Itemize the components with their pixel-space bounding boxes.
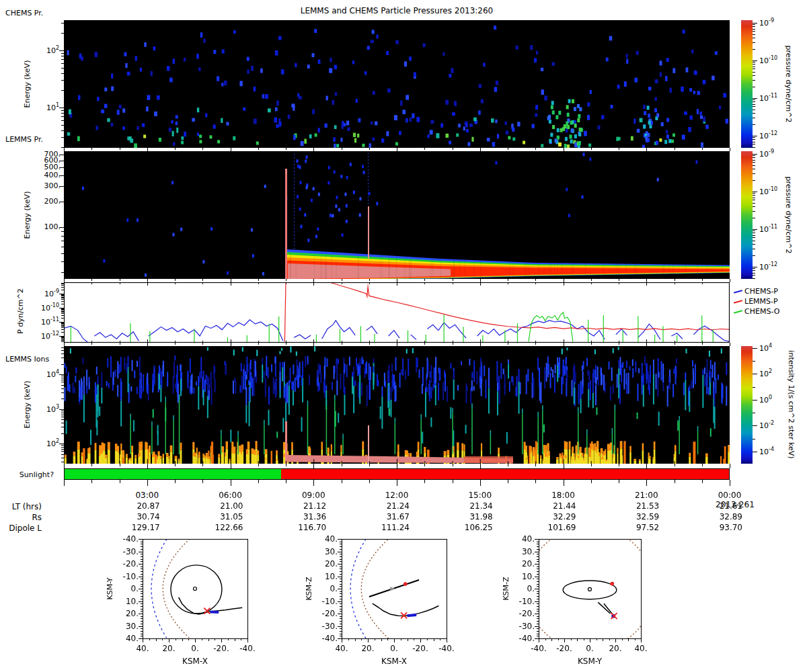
- y-tick: [59, 108, 64, 108]
- time-tick: [64, 279, 65, 282]
- time-tick: [730, 148, 730, 151]
- y-minor-tick: [61, 125, 64, 126]
- sunlight-dark-segment: [281, 469, 729, 479]
- y-minor-tick: [61, 339, 64, 340]
- colorbar-minor-tick: [753, 80, 755, 81]
- y-tick: [59, 374, 64, 375]
- colorbar-minor-tick: [753, 139, 755, 140]
- colorbar-minor-tick: [753, 203, 755, 204]
- y-tick-label: 103: [34, 404, 59, 414]
- time-label: 03:00: [128, 491, 166, 500]
- y-tick-label: 10-9: [34, 288, 59, 298]
- time-tick: [202, 464, 203, 466]
- time-tick: [91, 464, 92, 466]
- colorbar-minor-tick: [753, 413, 755, 413]
- colorbar-tick-label: 10-9: [759, 17, 774, 28]
- ephemeris-value: 106.25: [453, 523, 493, 532]
- y-minor-tick: [61, 113, 64, 114]
- colorbar-minor-tick: [753, 147, 755, 148]
- colorbar-minor-tick: [753, 270, 755, 271]
- time-tick: [369, 343, 370, 345]
- y-tick-label: 102: [34, 45, 59, 55]
- orbit-x-tick-label: -40.: [234, 644, 261, 653]
- time-tick: [202, 343, 203, 345]
- colorbar-minor-tick: [753, 198, 755, 198]
- time-tick: [91, 148, 92, 150]
- colorbar-tick-label: 10-4: [759, 446, 774, 456]
- y-minor-tick: [61, 137, 64, 138]
- time-tick: [258, 148, 259, 150]
- orbit-y-tick-label: -40.: [510, 634, 535, 643]
- time-tick: [480, 343, 481, 346]
- orbit-y-tick-label: -10.: [114, 572, 139, 581]
- chems-pressure-spectrogram: [64, 20, 730, 148]
- orbit-x-tick-label: 40.: [328, 644, 355, 653]
- y-minor-tick: [61, 326, 64, 327]
- time-tick: [147, 279, 148, 282]
- y-minor-tick: [61, 296, 64, 296]
- ephemeris-value: 129.17: [120, 523, 160, 532]
- time-label: 12:00: [378, 491, 416, 500]
- y-minor-tick: [61, 327, 64, 328]
- y-minor-tick: [61, 236, 64, 237]
- legend-label-chems-o: CHEMS-O: [744, 307, 779, 316]
- time-tick: [120, 148, 120, 150]
- ephemeris-value: 31.36: [286, 512, 326, 521]
- orbit2-ylabel: KSM-Z: [305, 577, 313, 600]
- y-minor-tick: [61, 385, 64, 386]
- orbit-x-tick-label: 20.: [354, 644, 381, 653]
- time-tick: [313, 279, 314, 282]
- orbit-y-tick-label: 20.: [114, 609, 139, 618]
- y-tick-label: 10-10: [34, 302, 59, 312]
- time-tick: [646, 343, 647, 346]
- y-tick-label: 100.: [28, 222, 61, 231]
- time-tick: [480, 464, 481, 468]
- orbit-x-tick-label: 20.: [602, 644, 629, 653]
- time-tick: [258, 480, 259, 483]
- colorbar-minor-tick: [753, 278, 755, 279]
- y-minor-tick: [61, 445, 64, 446]
- colorbar-pressure-2: [741, 151, 753, 279]
- y-tick-label: 104: [34, 369, 59, 379]
- ephemeris-value: 32.89: [702, 512, 742, 521]
- pressure-line-plot: [64, 282, 730, 343]
- y-minor-tick: [61, 447, 64, 448]
- colorbar-minor-tick: [753, 67, 755, 67]
- time-tick: [591, 343, 592, 345]
- orbit-x-tick-label: -40.: [525, 644, 552, 653]
- time-tick: [564, 464, 564, 468]
- time-tick: [675, 343, 675, 345]
- y-minor-tick: [61, 380, 64, 380]
- time-tick: [424, 148, 425, 150]
- orbit-y-tick-label: 0.: [510, 584, 535, 593]
- colorbar-minor-tick: [753, 113, 755, 114]
- orbit-x-tick-label: 0.: [576, 644, 603, 653]
- time-tick: [397, 464, 397, 468]
- ephemeris-value: 93.70: [702, 523, 742, 532]
- y-minor-tick: [61, 309, 64, 310]
- y-minor-tick: [61, 247, 64, 247]
- colorbar-tick: [753, 425, 757, 426]
- time-tick: [147, 480, 148, 486]
- y-minor-tick: [61, 338, 64, 339]
- colorbar-minor-tick: [753, 273, 755, 274]
- time-tick: [619, 480, 619, 483]
- legend-line-chems-o: [734, 310, 742, 313]
- time-tick: [730, 464, 730, 468]
- colorbar-tick: [753, 154, 757, 155]
- time-tick: [202, 279, 203, 281]
- colorbar-tick-label: 102: [759, 368, 772, 378]
- orbit-y-tick-label: 10.: [114, 597, 139, 606]
- y-minor-tick: [61, 287, 64, 288]
- time-tick: [675, 480, 675, 483]
- time-tick: [675, 279, 675, 281]
- ephemeris-value: 21.12: [286, 501, 326, 511]
- y-minor-tick: [61, 241, 64, 241]
- y-minor-tick: [61, 398, 64, 399]
- ephemeris-value: 21.24: [369, 501, 410, 511]
- y-minor-tick: [61, 318, 64, 319]
- colorbar-minor-tick: [753, 75, 755, 76]
- y-minor-tick: [61, 308, 64, 309]
- ephemeris-value: 31.98: [453, 512, 493, 521]
- y-tick-label: 10-11: [34, 317, 59, 327]
